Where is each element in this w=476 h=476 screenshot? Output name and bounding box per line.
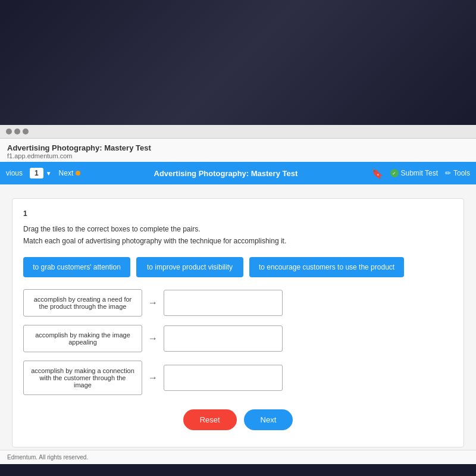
bookmark-icon[interactable]: 🔖 bbox=[371, 168, 383, 179]
match-target-1[interactable] bbox=[164, 290, 283, 316]
submit-test-button[interactable]: ✓ Submit Test bbox=[390, 169, 438, 177]
match-row-1: accomplish by creating a need for the pr… bbox=[23, 289, 453, 317]
bottom-buttons: Reset Next bbox=[23, 409, 453, 436]
submit-check-icon: ✓ bbox=[390, 169, 399, 177]
browser-controls bbox=[6, 129, 29, 134]
goal-tile-3[interactable]: to encourage customers to use the produc… bbox=[249, 257, 404, 277]
prev-nav[interactable]: vious bbox=[6, 169, 23, 177]
reset-button[interactable]: Reset bbox=[183, 409, 237, 430]
browser-dot-1 bbox=[6, 129, 12, 134]
match-arrow-1: → bbox=[148, 298, 158, 308]
tools-button[interactable]: ✏ Tools bbox=[445, 169, 470, 177]
page-number: 1 bbox=[30, 168, 43, 178]
match-target-3[interactable] bbox=[164, 365, 283, 391]
footer-text: Edmentum. All rights reserved. bbox=[7, 454, 88, 461]
top-bezel bbox=[0, 0, 476, 125]
match-arrow-3: → bbox=[148, 372, 158, 383]
next-nav[interactable]: Next bbox=[59, 169, 81, 177]
footer: Edmentum. All rights reserved. bbox=[0, 450, 476, 464]
main-content: 1 Drag the tiles to the correct boxes to… bbox=[0, 184, 476, 450]
match-source-3[interactable]: accomplish by making a connection with t… bbox=[23, 361, 142, 395]
page-title-section: Advertising Photography: Mastery Test f1… bbox=[0, 139, 476, 162]
nav-bar: vious 1 ▼ Next Advertising Photography: … bbox=[0, 162, 476, 184]
browser-dot-3 bbox=[23, 129, 29, 134]
matching-section: accomplish by creating a need for the pr… bbox=[23, 289, 453, 395]
question-card: 1 Drag the tiles to the correct boxes to… bbox=[12, 198, 464, 447]
goal-tile-1[interactable]: to grab customers' attention bbox=[23, 257, 130, 277]
next-button[interactable]: Next bbox=[244, 409, 293, 430]
instruction-2: Match each goal of advertising photograp… bbox=[23, 237, 453, 245]
nav-right-controls: 🔖 ✓ Submit Test ✏ Tools bbox=[371, 168, 471, 179]
match-row-3: accomplish by making a connection with t… bbox=[23, 361, 453, 395]
match-source-2[interactable]: accomplish by making the image appealing bbox=[23, 325, 142, 352]
match-row-2: accomplish by making the image appealing… bbox=[23, 325, 453, 352]
page-dropdown-icon[interactable]: ▼ bbox=[46, 170, 52, 177]
tools-icon: ✏ bbox=[445, 169, 451, 177]
browser-title-bar bbox=[0, 125, 476, 139]
browser-dot-2 bbox=[14, 129, 20, 134]
tools-label: Tools bbox=[453, 169, 470, 177]
browser-chrome: Advertising Photography: Mastery Test f1… bbox=[0, 125, 476, 464]
goals-row: to grab customers' attention to improve … bbox=[23, 257, 453, 277]
submit-test-label: Submit Test bbox=[401, 169, 438, 177]
browser-page-title: Advertising Photography: Mastery Test bbox=[7, 143, 469, 152]
match-target-2[interactable] bbox=[164, 325, 283, 352]
instruction-1: Drag the tiles to the correct boxes to c… bbox=[23, 225, 453, 233]
question-number: 1 bbox=[23, 209, 453, 218]
next-dot-icon bbox=[76, 171, 80, 176]
nav-page-title: Advertising Photography: Mastery Test bbox=[87, 169, 364, 178]
match-arrow-2: → bbox=[148, 333, 158, 344]
next-nav-label: Next bbox=[59, 169, 74, 177]
page-indicator: 1 ▼ bbox=[30, 168, 52, 178]
match-source-1[interactable]: accomplish by creating a need for the pr… bbox=[23, 289, 142, 317]
goal-tile-2[interactable]: to improve product visibility bbox=[136, 257, 243, 277]
browser-subtitle: f1.app.edmentum.com bbox=[7, 152, 469, 159]
